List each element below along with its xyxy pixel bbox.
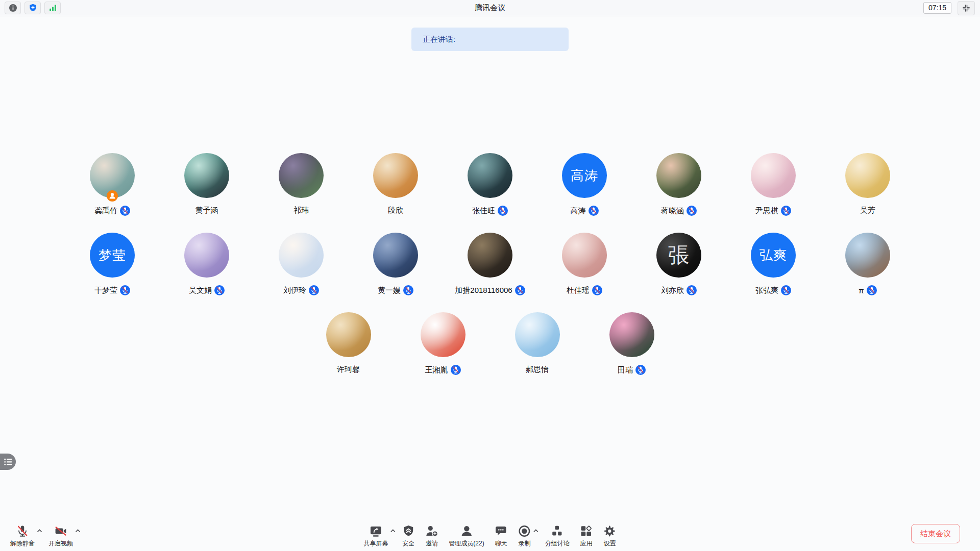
avatar: 高涛 xyxy=(562,153,607,198)
participant-tile[interactable]: 高涛 高涛 xyxy=(537,153,632,233)
participant-tile[interactable]: 張 刘亦欣 xyxy=(632,233,726,312)
participant-tile[interactable]: 郝思怡 xyxy=(490,312,584,392)
participant-tile[interactable]: 吴文娟 xyxy=(160,233,254,312)
avatar xyxy=(184,233,229,278)
titlebar-left-icons xyxy=(0,2,61,14)
tool-label: 分组讨论 xyxy=(545,540,570,547)
muted-mic-icon xyxy=(309,285,319,295)
participant-name: π xyxy=(859,286,864,295)
participant-tile[interactable]: 龚禹竹 xyxy=(65,153,160,233)
speaking-banner-label: 正在讲话: xyxy=(423,35,455,44)
member-list-toggle[interactable] xyxy=(0,454,16,470)
invite-button[interactable]: 邀请 xyxy=(420,524,444,547)
avatar: 梦莹 xyxy=(90,233,135,278)
meeting-timer: 07:15 xyxy=(923,2,951,14)
participant-tile[interactable]: 蒋晓涵 xyxy=(632,153,726,233)
participant-name: 张弘爽 xyxy=(755,286,778,295)
participant-tile[interactable]: 加措2018116006 xyxy=(443,233,537,312)
participant-tile[interactable]: 祁玮 xyxy=(254,153,349,233)
participant-tile[interactable]: 黄一嫚 xyxy=(349,233,443,312)
share-screen-button[interactable]: 共享屏幕 xyxy=(358,524,393,547)
participant-tile[interactable]: 杜佳瑶 xyxy=(537,233,632,312)
participant-name-row: 吴文娟 xyxy=(189,285,225,295)
apps-button[interactable]: 应用 xyxy=(575,524,598,547)
participant-tile[interactable]: π xyxy=(821,233,915,312)
avatar-initials: 高涛 xyxy=(571,169,598,182)
manage-members-button[interactable]: 管理成员(22) xyxy=(444,524,489,547)
toolbar-center-group: 共享屏幕 安全 邀请 管理成员(22) 聊天 xyxy=(358,524,621,547)
participant-name: 加措2018116006 xyxy=(455,286,512,295)
unmute-button[interactable]: 解除静音 xyxy=(5,524,40,547)
breakout-rooms-button[interactable]: 分组讨论 xyxy=(540,524,575,547)
tool-label: 安全 xyxy=(402,540,414,547)
mic-muted-icon xyxy=(16,524,29,538)
participant-tile[interactable]: 王湘胤 xyxy=(396,312,490,392)
participant-name: 黄予涵 xyxy=(195,206,218,215)
network-signal-icon[interactable] xyxy=(44,2,61,14)
avatar-initials: 張 xyxy=(668,244,690,266)
start-video-button[interactable]: 开启视频 xyxy=(43,524,78,547)
chat-bubble-icon xyxy=(495,524,508,538)
chat-button[interactable]: 聊天 xyxy=(489,524,513,547)
participant-tile[interactable]: 田瑞 xyxy=(584,312,679,392)
participant-name-row: 干梦莹 xyxy=(94,285,130,295)
participant-tile[interactable]: 黄予涵 xyxy=(160,153,254,233)
participant-name: 郝思怡 xyxy=(526,365,549,374)
participant-tile[interactable]: 尹思棋 xyxy=(726,153,821,233)
participant-name: 张佳旺 xyxy=(472,206,495,216)
participant-name: 王湘胤 xyxy=(425,365,448,375)
avatar xyxy=(326,312,371,357)
muted-mic-icon xyxy=(451,365,461,375)
participant-name-row: 刘伊玲 xyxy=(283,285,319,295)
participant-name-row: 高涛 xyxy=(571,206,599,216)
participant-name-row: 尹思棋 xyxy=(755,206,791,216)
tool-label: 应用 xyxy=(580,540,593,547)
participant-tile[interactable]: 吴芳 xyxy=(821,153,915,233)
muted-mic-icon xyxy=(515,285,525,295)
participant-tile[interactable]: 段欣 xyxy=(349,153,443,233)
end-meeting-button[interactable]: 结束会议 xyxy=(911,524,960,543)
participant-name-row: 田瑞 xyxy=(618,365,646,375)
share-options-chevron[interactable] xyxy=(390,529,396,533)
tool-label: 录制 xyxy=(519,540,531,547)
participant-tile[interactable]: 许珂馨 xyxy=(301,312,396,392)
participant-name: 高涛 xyxy=(571,206,586,216)
mic-options-chevron[interactable] xyxy=(37,529,42,533)
camera-options-chevron[interactable] xyxy=(75,529,81,533)
toolbar-left-group: 解除静音 开启视频 xyxy=(5,524,82,547)
participant-name-row: 蒋晓涵 xyxy=(661,206,697,216)
shield-plus-icon[interactable] xyxy=(24,2,41,14)
breakout-rooms-icon xyxy=(551,524,564,538)
info-icon[interactable] xyxy=(5,2,21,14)
participant-name: 蒋晓涵 xyxy=(661,206,684,216)
security-button[interactable]: 安全 xyxy=(397,524,420,547)
exit-fullscreen-icon[interactable] xyxy=(958,1,975,15)
participant-tile[interactable]: 弘爽 张弘爽 xyxy=(726,233,821,312)
avatar xyxy=(184,153,229,198)
avatar: 張 xyxy=(656,233,701,278)
muted-mic-icon xyxy=(687,285,697,295)
avatar xyxy=(279,153,324,198)
record-options-chevron[interactable] xyxy=(533,529,539,533)
avatar xyxy=(562,233,607,278)
participant-tile[interactable]: 张佳旺 xyxy=(443,153,537,233)
participant-tile[interactable]: 梦莹 干梦莹 xyxy=(65,233,160,312)
meeting-title: 腾讯会议 xyxy=(0,3,980,13)
avatar: 弘爽 xyxy=(751,233,796,278)
avatar-initials: 弘爽 xyxy=(760,248,787,262)
avatar xyxy=(90,153,135,198)
participant-row: 梦莹 干梦莹 吴文娟 xyxy=(0,233,980,312)
avatar xyxy=(421,312,465,357)
share-screen-icon xyxy=(369,524,382,538)
tool-label: 共享屏幕 xyxy=(363,540,388,547)
tool-label: 开启视频 xyxy=(48,540,73,547)
avatar xyxy=(656,153,701,198)
settings-button[interactable]: 设置 xyxy=(598,524,622,547)
participant-tile[interactable]: 刘伊玲 xyxy=(254,233,349,312)
tool-label: 管理成员(22) xyxy=(449,540,484,547)
participant-name: 黄一嫚 xyxy=(378,286,401,295)
record-button[interactable]: 录制 xyxy=(513,524,536,547)
avatar xyxy=(609,312,654,357)
participant-grid: 龚禹竹 黄予涵 祁玮 xyxy=(0,153,980,392)
titlebar: 腾讯会议 07:15 xyxy=(0,0,980,16)
